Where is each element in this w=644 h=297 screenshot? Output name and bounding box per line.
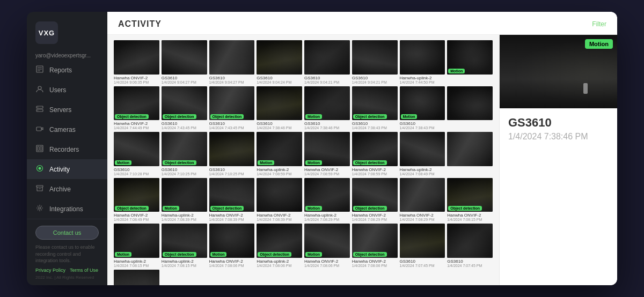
activity-item[interactable]: Object detectionGS36101/4/2024 7:07:42 P… bbox=[114, 270, 159, 285]
recorders-icon bbox=[35, 145, 44, 154]
thumb-camera-label: GS3610 bbox=[209, 121, 255, 126]
sidebar-links: Privacy Policy Terms of Use bbox=[35, 268, 99, 273]
activity-item[interactable]: MotionGS36101/4/2024 7:38:46 PM bbox=[304, 86, 350, 130]
svg-point-17 bbox=[39, 207, 41, 209]
activity-item[interactable]: Hanwha-uplink-21/4/2024 7:44:50 PM bbox=[400, 40, 445, 84]
thumb-camera-label: Hanwha ONVIF-2 bbox=[257, 213, 302, 218]
event-badge: Object detection bbox=[163, 252, 196, 257]
recorders-label: Recorders bbox=[49, 146, 79, 153]
activity-item[interactable]: GS36101/4/2024 7:10:25 PM bbox=[209, 132, 255, 176]
activity-item[interactable]: Object detectionHanwha ONVIF-21/4/2024 7… bbox=[352, 224, 398, 268]
activity-item[interactable]: GS36101/4/2024 9:04:24 PM bbox=[257, 40, 302, 84]
activity-item[interactable]: Object detectionHanwha-uplink-21/4/2024 … bbox=[257, 224, 302, 268]
activity-item[interactable]: GS36101/4/2024 9:04:21 PM bbox=[352, 40, 398, 84]
contact-button[interactable]: Contact us bbox=[35, 226, 99, 240]
thumb-camera-label: Hanwha-uplink-2 bbox=[400, 167, 445, 172]
svg-rect-12 bbox=[40, 146, 42, 151]
thumb-camera-label: Hanwha ONVIF-2 bbox=[352, 213, 398, 218]
activity-item[interactable]: Object detectionHanwha ONVIF-21/4/2024 7… bbox=[209, 178, 255, 222]
archive-label: Archive bbox=[49, 185, 71, 193]
privacy-policy-link[interactable]: Privacy Policy bbox=[35, 268, 65, 273]
activity-item[interactable]: GS36101/4/2024 7:38:46 PM bbox=[257, 86, 302, 130]
event-badge: Motion bbox=[163, 206, 179, 211]
activity-item[interactable]: Object detectionGS36101/4/2024 7:43:45 P… bbox=[162, 86, 207, 130]
activity-item[interactable]: Object detectionHanwha ONVIF-21/4/2024 7… bbox=[114, 178, 159, 222]
activity-item[interactable] bbox=[447, 132, 493, 176]
activity-item[interactable]: MotionHanwha-uplink-21/4/2024 7:08:39 PM bbox=[162, 178, 207, 222]
activity-item[interactable]: MotionHanwha ONVIF-21/4/2024 7:08:59 PM bbox=[304, 132, 350, 176]
thumb-time-label: 1/4/2024 7:08:49 PM bbox=[400, 172, 445, 176]
activity-item[interactable]: Object detectionHanwha-uplink-21/4/2024 … bbox=[162, 224, 207, 268]
thumb-time-label: 1/4/2024 7:38:46 PM bbox=[304, 126, 350, 130]
event-badge: Object detection bbox=[163, 160, 196, 165]
thumb-time-label: 1/4/2024 7:10:25 PM bbox=[209, 172, 255, 176]
thumb-time-label: 1/4/2024 7:10:28 PM bbox=[114, 172, 159, 176]
thumb-time-label: 1/4/2024 7:08:49 PM bbox=[114, 218, 159, 221]
activity-item[interactable]: GS36101/4/2024 9:04:27 PM bbox=[209, 40, 255, 84]
event-badge: Object detection bbox=[115, 114, 149, 119]
sidebar-item-activity[interactable]: Activity bbox=[27, 159, 107, 179]
integrations-icon bbox=[35, 204, 44, 213]
activity-item[interactable]: Object detectionHanwha ONVIF-21/4/2024 7… bbox=[352, 178, 398, 222]
event-badge: Motion bbox=[305, 206, 322, 211]
terms-of-use-link[interactable]: Terms of Use bbox=[70, 268, 98, 273]
detail-motion-badge: Motion bbox=[585, 39, 613, 49]
main-content: ACTIVITY Filter Hanwha ONVIF-21/4/2024 9… bbox=[107, 12, 617, 285]
activity-item[interactable]: Motion bbox=[447, 40, 493, 84]
activity-item[interactable]: MotionHanwha ONVIF-21/4/2024 7:08:06 PM bbox=[304, 224, 350, 268]
logo-text: VXG bbox=[39, 29, 55, 37]
activity-item[interactable]: Object detectionHanwha ONVIF-21/4/2024 7… bbox=[447, 178, 493, 222]
activity-item[interactable]: GS36101/4/2024 9:04:21 PM bbox=[304, 40, 350, 84]
thumb-time-label: 1/4/2024 7:08:15 PM bbox=[447, 218, 493, 221]
activity-item[interactable]: Object detectionGS36101/4/2024 7:43:45 P… bbox=[209, 86, 255, 130]
activity-item[interactable] bbox=[447, 86, 493, 130]
detail-camera-name: GS3610 bbox=[508, 116, 609, 130]
activity-item[interactable]: Object detectionHanwha ONVIF-21/4/2024 7… bbox=[114, 86, 159, 130]
sidebar-item-recorders[interactable]: Recorders bbox=[27, 139, 107, 159]
detail-panel: Motion GS3610 1/4/2024 7:38:46 PM bbox=[499, 35, 617, 285]
sidebar-item-archive[interactable]: Archive bbox=[27, 179, 107, 199]
logo-box: VXG bbox=[35, 21, 58, 44]
activity-item[interactable]: GS36101/4/2024 7:07:45 PM bbox=[400, 224, 445, 268]
sidebar-bottom: Contact us Please contact us to enable r… bbox=[27, 219, 107, 285]
event-badge: Object detection bbox=[210, 114, 244, 119]
thumb-time-label: 1/4/2024 9:04:21 PM bbox=[304, 80, 350, 84]
thumb-camera-label: GS3610 bbox=[114, 167, 159, 172]
activity-item[interactable]: MotionGS36101/4/2024 7:38:43 PM bbox=[400, 86, 445, 130]
activity-item[interactable]: Object detectionGS36101/4/2024 7:38:43 P… bbox=[352, 86, 398, 130]
svg-point-4 bbox=[38, 86, 41, 90]
sidebar-item-reports[interactable]: Reports bbox=[27, 60, 107, 80]
thumb-camera-label: GS3610 bbox=[400, 121, 445, 126]
thumb-time-label: 1/4/2024 7:43:45 PM bbox=[209, 126, 255, 130]
activity-item[interactable]: Object detectionGS36101/4/2024 7:10:25 P… bbox=[162, 132, 207, 176]
thumb-camera-label: Hanwha ONVIF-2 bbox=[352, 167, 398, 172]
activity-item[interactable]: Hanwha ONVIF-21/4/2024 7:08:29 PM bbox=[400, 178, 445, 222]
sidebar-item-integrations[interactable]: Integrations bbox=[27, 199, 107, 219]
activity-item[interactable]: MotionHanwha-uplink-21/4/2024 7:08:29 PM bbox=[304, 178, 350, 222]
sidebar-item-servers[interactable]: Servers bbox=[27, 100, 107, 120]
thumb-time-label: 1/4/2024 9:06:35 PM bbox=[114, 80, 159, 84]
thumb-time-label: 1/4/2024 7:08:06 PM bbox=[209, 264, 255, 268]
event-badge: Object detection bbox=[353, 114, 387, 119]
activity-item[interactable]: MotionHanwha-uplink-21/4/2024 7:08:59 PM bbox=[257, 132, 302, 176]
sidebar-logo-area: VXG bbox=[27, 12, 107, 49]
thumb-time-label: 1/4/2024 7:10:25 PM bbox=[162, 172, 207, 176]
svg-point-14 bbox=[39, 167, 41, 170]
event-badge: Motion bbox=[258, 160, 274, 165]
activity-item[interactable]: Hanwha ONVIF-21/4/2024 7:08:39 PM bbox=[257, 178, 302, 222]
activity-item[interactable]: Hanwha-uplink-21/4/2024 7:08:49 PM bbox=[400, 132, 445, 176]
app-wrapper: VXG yaro@videoexpertsgr... Reports bbox=[27, 12, 617, 285]
filter-button[interactable]: Filter bbox=[592, 20, 606, 28]
activity-item[interactable]: MotionHanwha ONVIF-21/4/2024 7:08:06 PM bbox=[209, 224, 255, 268]
sidebar-item-cameras[interactable]: Cameras bbox=[27, 120, 107, 139]
main-header: ACTIVITY Filter bbox=[107, 12, 617, 35]
activity-item[interactable]: Object detectionHanwha ONVIF-21/4/2024 7… bbox=[352, 132, 398, 176]
activity-item[interactable]: MotionHanwha-uplink-21/4/2024 7:08:15 PM bbox=[114, 224, 159, 268]
sidebar-item-users[interactable]: Users bbox=[27, 80, 107, 100]
activity-item[interactable]: GS36101/4/2024 9:04:27 PM bbox=[162, 40, 207, 84]
activity-item[interactable]: Hanwha ONVIF-21/4/2024 9:06:35 PM bbox=[114, 40, 159, 84]
thumb-time-label: 1/4/2024 7:08:06 PM bbox=[304, 264, 350, 268]
activity-item[interactable]: GS36101/4/2024 7:07:45 PM bbox=[447, 224, 493, 268]
activity-item[interactable]: MotionGS36101/4/2024 7:10:28 PM bbox=[114, 132, 159, 176]
thumb-time-label: 1/4/2024 7:08:15 PM bbox=[114, 264, 159, 268]
